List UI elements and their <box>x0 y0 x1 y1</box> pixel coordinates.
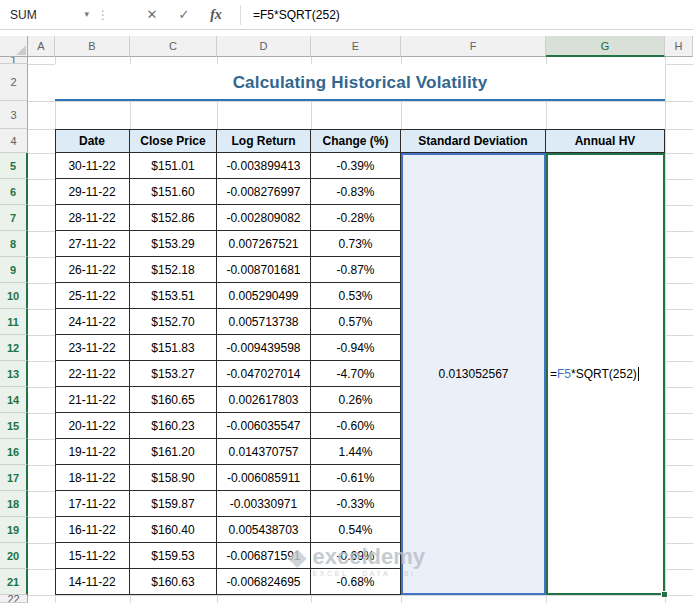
data-cell-E19[interactable]: 0.54% <box>311 517 401 543</box>
data-cell-D7[interactable]: -0.002809082 <box>217 205 311 231</box>
row-header-7[interactable]: 7 <box>0 205 28 231</box>
data-cell-B9[interactable]: 26-11-22 <box>55 257 130 283</box>
data-cell-E10[interactable]: 0.53% <box>311 283 401 309</box>
data-cell-C12[interactable]: $151.83 <box>130 335 217 361</box>
data-cell-D9[interactable]: -0.008701681 <box>217 257 311 283</box>
data-cell-C7[interactable]: $152.86 <box>130 205 217 231</box>
data-cell-B18[interactable]: 17-11-22 <box>55 491 130 517</box>
data-cell-B5[interactable]: 30-11-22 <box>55 153 130 179</box>
row-header-17[interactable]: 17 <box>0 465 28 491</box>
data-cell-E15[interactable]: -0.60% <box>311 413 401 439</box>
data-cell-C10[interactable]: $153.51 <box>130 283 217 309</box>
data-cell-D10[interactable]: 0.005290499 <box>217 283 311 309</box>
row-header-1[interactable]: 1 <box>0 57 28 64</box>
data-cell-B7[interactable]: 28-11-22 <box>55 205 130 231</box>
data-cell-E16[interactable]: 1.44% <box>311 439 401 465</box>
data-cell-B6[interactable]: 29-11-22 <box>55 179 130 205</box>
column-header-F[interactable]: F <box>401 36 546 57</box>
row-header-6[interactable]: 6 <box>0 179 28 205</box>
data-cell-B17[interactable]: 18-11-22 <box>55 465 130 491</box>
data-cell-B13[interactable]: 22-11-22 <box>55 361 130 387</box>
row-header-5[interactable]: 5 <box>0 153 28 179</box>
column-header-G[interactable]: G <box>546 36 665 57</box>
data-cell-C13[interactable]: $153.27 <box>130 361 217 387</box>
data-cell-C14[interactable]: $160.65 <box>130 387 217 413</box>
data-cell-C20[interactable]: $159.53 <box>130 543 217 569</box>
cancel-icon[interactable]: ✕ <box>136 0 168 30</box>
row-header-22[interactable]: 22 <box>0 595 28 603</box>
data-cell-B21[interactable]: 14-11-22 <box>55 569 130 595</box>
row-header-4[interactable]: 4 <box>0 129 28 153</box>
data-cell-D16[interactable]: 0.014370757 <box>217 439 311 465</box>
data-cell-E13[interactable]: -4.70% <box>311 361 401 387</box>
data-cell-B14[interactable]: 21-11-22 <box>55 387 130 413</box>
data-cell-C9[interactable]: $152.18 <box>130 257 217 283</box>
data-cell-E9[interactable]: -0.87% <box>311 257 401 283</box>
data-cell-E7[interactable]: -0.28% <box>311 205 401 231</box>
name-box-dropdown-icon[interactable]: ▾ <box>84 9 89 19</box>
data-cell-B11[interactable]: 24-11-22 <box>55 309 130 335</box>
column-header-A[interactable]: A <box>28 36 55 57</box>
data-cell-B16[interactable]: 19-11-22 <box>55 439 130 465</box>
enter-icon[interactable]: ✓ <box>168 0 200 30</box>
row-header-14[interactable]: 14 <box>0 387 28 413</box>
row-header-20[interactable]: 20 <box>0 543 28 569</box>
data-cell-B12[interactable]: 23-11-22 <box>55 335 130 361</box>
data-cell-E5[interactable]: -0.39% <box>311 153 401 179</box>
row-header-2[interactable]: 2 <box>0 64 28 101</box>
data-cell-C5[interactable]: $151.01 <box>130 153 217 179</box>
data-cell-E17[interactable]: -0.61% <box>311 465 401 491</box>
data-cell-D6[interactable]: -0.008276997 <box>217 179 311 205</box>
data-cell-E12[interactable]: -0.94% <box>311 335 401 361</box>
row-header-15[interactable]: 15 <box>0 413 28 439</box>
data-cell-D18[interactable]: -0.00330971 <box>217 491 311 517</box>
name-box[interactable]: SUM ▾ <box>0 0 96 30</box>
data-cell-B10[interactable]: 25-11-22 <box>55 283 130 309</box>
data-cell-C6[interactable]: $151.60 <box>130 179 217 205</box>
column-header-H[interactable]: H <box>665 36 693 57</box>
data-cell-D21[interactable]: -0.006824695 <box>217 569 311 595</box>
row-header-16[interactable]: 16 <box>0 439 28 465</box>
data-cell-E20[interactable]: -0.69% <box>311 543 401 569</box>
column-header-C[interactable]: C <box>130 36 217 57</box>
data-cell-D15[interactable]: -0.006035547 <box>217 413 311 439</box>
annual-hv-editing-cell[interactable]: =F5*SQRT(252) <box>546 153 665 595</box>
row-header-18[interactable]: 18 <box>0 491 28 517</box>
data-cell-D11[interactable]: 0.005713738 <box>217 309 311 335</box>
data-cell-D12[interactable]: -0.009439598 <box>217 335 311 361</box>
data-cell-E6[interactable]: -0.83% <box>311 179 401 205</box>
data-cell-C11[interactable]: $152.70 <box>130 309 217 335</box>
data-cell-D5[interactable]: -0.003899413 <box>217 153 311 179</box>
insert-function-icon[interactable]: fx <box>200 0 232 30</box>
select-all-button[interactable] <box>0 36 28 57</box>
standard-deviation-merged-cell[interactable]: 0.013052567 <box>401 153 546 595</box>
data-cell-E18[interactable]: -0.33% <box>311 491 401 517</box>
data-cell-E8[interactable]: 0.73% <box>311 231 401 257</box>
row-header-21[interactable]: 21 <box>0 569 28 595</box>
data-cell-E14[interactable]: 0.26% <box>311 387 401 413</box>
data-cell-C19[interactable]: $160.40 <box>130 517 217 543</box>
row-header-8[interactable]: 8 <box>0 231 28 257</box>
data-cell-C8[interactable]: $153.29 <box>130 231 217 257</box>
data-cell-E21[interactable]: -0.68% <box>311 569 401 595</box>
data-cell-B15[interactable]: 20-11-22 <box>55 413 130 439</box>
data-cell-D13[interactable]: -0.047027014 <box>217 361 311 387</box>
row-header-3[interactable]: 3 <box>0 101 28 129</box>
data-cell-D14[interactable]: 0.002617803 <box>217 387 311 413</box>
row-header-11[interactable]: 11 <box>0 309 28 335</box>
data-cell-D19[interactable]: 0.005438703 <box>217 517 311 543</box>
data-cell-C17[interactable]: $158.90 <box>130 465 217 491</box>
data-cell-B19[interactable]: 16-11-22 <box>55 517 130 543</box>
data-cell-B20[interactable]: 15-11-22 <box>55 543 130 569</box>
column-header-B[interactable]: B <box>55 36 130 57</box>
row-header-19[interactable]: 19 <box>0 517 28 543</box>
data-cell-D20[interactable]: -0.006871591 <box>217 543 311 569</box>
row-header-13[interactable]: 13 <box>0 361 28 387</box>
data-cell-C21[interactable]: $160.63 <box>130 569 217 595</box>
data-cell-D8[interactable]: 0.007267521 <box>217 231 311 257</box>
data-cell-E11[interactable]: 0.57% <box>311 309 401 335</box>
data-cell-C16[interactable]: $161.20 <box>130 439 217 465</box>
data-cell-B8[interactable]: 27-11-22 <box>55 231 130 257</box>
data-cell-C18[interactable]: $159.87 <box>130 491 217 517</box>
fill-handle[interactable] <box>661 591 668 598</box>
